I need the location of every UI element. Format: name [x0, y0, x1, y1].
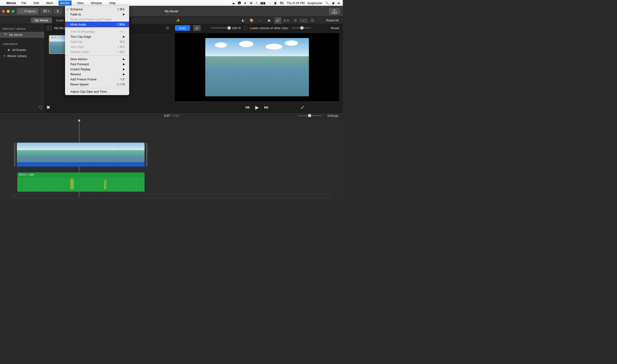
volume-adjust-icon[interactable]: 🔊	[274, 17, 281, 24]
sidebar-item-all-events[interactable]: ★ All Events	[0, 47, 44, 53]
menu-item-enhance[interactable]: ✓Enhance⇧⌘E	[65, 7, 129, 12]
minimize-window-button[interactable]	[7, 10, 10, 13]
power-icon[interactable]: ◧	[274, 1, 277, 5]
zoom-knob[interactable]	[308, 114, 311, 117]
clip-handle-right[interactable]	[146, 143, 148, 167]
menu-item-slow-motion[interactable]: Slow Motion▶	[65, 57, 129, 62]
menu-item-instant-replay[interactable]: Instant Replay▶	[65, 67, 129, 72]
display-icon[interactable]: 🖥	[249, 1, 253, 5]
sidebar-toggle-icon[interactable]	[46, 26, 52, 31]
background-music-track[interactable]: ♫	[12, 194, 331, 198]
crop-icon[interactable]: ⟂	[257, 17, 264, 24]
timeline-header: 0:07 / 0:16 Settings	[0, 112, 343, 119]
color-wheel-icon[interactable]: 🎨	[248, 17, 255, 24]
disclosure-triangle-icon[interactable]: ▼	[3, 55, 5, 57]
menu-edit[interactable]: Edit	[32, 0, 41, 6]
menu-shortcut: ⇧⌘E	[117, 7, 125, 11]
timeline[interactable]: 16.2s – Lake ♫	[0, 119, 343, 202]
menubar-clock[interactable]: Thu 8:28 PM	[287, 1, 304, 5]
lower-others-slider[interactable]	[292, 27, 311, 28]
flag-us-icon[interactable]: 🇺🇸	[280, 1, 284, 5]
volume-toolbar: Auto 🔊 100 % Lower volume of other clips…	[171, 24, 343, 32]
close-window-button[interactable]	[2, 10, 5, 13]
qq-icon[interactable]: 🅠	[238, 1, 241, 5]
clip-filter-icon[interactable]: ◯◯	[300, 17, 307, 24]
submenu-arrow-icon: ▶	[123, 58, 125, 61]
menu-help[interactable]: Help	[107, 0, 118, 6]
zoom-window-button[interactable]	[12, 10, 14, 13]
sidebar-item-my-movie[interactable]: 🎬 My Movie	[0, 32, 44, 38]
import-button[interactable]: 🎞▾	[41, 8, 52, 14]
info-icon[interactable]: ⓘ	[309, 17, 316, 24]
mute-toggle-button[interactable]: 🔊	[193, 25, 201, 31]
next-frame-button[interactable]: ⏭	[264, 104, 269, 110]
music-note-icon: ♫	[14, 194, 17, 198]
audio-clip[interactable]: 16.2s – Lake	[17, 172, 145, 192]
menu-item-label: Slow Motion	[70, 57, 87, 61]
menubar-user[interactable]: toughouse	[308, 1, 322, 5]
color-balance-icon[interactable]: ◐	[239, 17, 247, 24]
fullscreen-icon[interactable]: ⤢	[300, 105, 304, 110]
preview-frame	[205, 38, 309, 96]
share-icon	[332, 9, 337, 13]
menu-item-reset-speed[interactable]: Reset Speed⌥⇧R	[65, 82, 129, 87]
magic-wand-icon[interactable]: ✨	[174, 17, 181, 24]
menu-item-trim-to-playhead: Trim To Playhead⌥ /	[65, 29, 129, 34]
menu-view[interactable]: View	[75, 0, 85, 6]
prev-frame-button[interactable]: ⏮	[245, 104, 250, 110]
menu-item-fade-to[interactable]: Fade to▶	[65, 12, 129, 17]
menubar-app[interactable]: iMovie	[6, 1, 16, 5]
tab-my-media[interactable]: My Media	[31, 18, 52, 23]
siri-icon[interactable]: ◉	[332, 1, 335, 5]
menu-window[interactable]: Window	[89, 0, 104, 6]
control-center-icon[interactable]: ≣	[337, 1, 340, 5]
favorite-icon[interactable]: ♡	[39, 104, 43, 110]
play-button[interactable]: ▶	[255, 104, 259, 110]
gear-icon[interactable]: ⚙︎	[166, 26, 169, 30]
stabilize-icon[interactable]: ▣	[265, 17, 273, 24]
menu-item-label: Fast Forward	[70, 62, 89, 66]
speedometer-icon[interactable]: ◷	[291, 17, 299, 24]
location-icon[interactable]: ➤	[244, 1, 247, 5]
reset-button[interactable]: Reset	[331, 26, 339, 30]
preview-canvas[interactable]	[175, 33, 339, 101]
projects-back-button[interactable]: 〈 Projects	[17, 8, 39, 14]
share-button[interactable]	[329, 8, 340, 15]
auto-volume-button[interactable]: Auto	[175, 25, 190, 31]
wifi-icon[interactable]: ⨳	[268, 1, 271, 5]
clip-duration-badge: 16.2s	[50, 36, 58, 39]
wechat-icon[interactable]: ☁︎	[232, 1, 235, 5]
menu-item-mute-audio[interactable]: Mute Audio⇧⌘M	[65, 22, 129, 27]
submenu-arrow-icon: ▶	[123, 73, 125, 76]
menu-item-fast-forward[interactable]: Fast Forward▶	[65, 62, 129, 67]
slider-knob[interactable]	[227, 26, 231, 30]
reset-all-button[interactable]: Reset All	[326, 19, 338, 22]
clip-handle-left[interactable]	[14, 143, 15, 167]
lower-others-checkbox[interactable]	[244, 26, 247, 30]
menu-item-add-freeze-frame[interactable]: Add Freeze Frame⌥F	[65, 77, 129, 82]
equalizer-icon[interactable]: ⫼⫼	[283, 17, 290, 24]
menu-item-trim-clip-edge[interactable]: Trim Clip Edge▶	[65, 34, 129, 39]
sidebar-item-imovie-library[interactable]: ▼ iMovie Library	[0, 53, 44, 59]
audio-waveform	[18, 177, 144, 191]
menu-file[interactable]: File	[19, 0, 28, 6]
volume-slider[interactable]	[211, 27, 229, 28]
slider-knob[interactable]	[300, 26, 304, 30]
checkmark-icon: ✓	[67, 7, 69, 11]
timeline-settings-button[interactable]: Settings	[327, 114, 339, 117]
spotlight-icon[interactable]: 🔍	[325, 1, 329, 5]
menu-shortcut: ⌥F	[119, 78, 125, 81]
video-clip-strip[interactable]	[17, 143, 145, 167]
reject-icon[interactable]: ✖	[46, 104, 50, 110]
menu-item-label: Join Clips	[70, 45, 84, 49]
volume-value: 100 %	[232, 26, 241, 30]
download-arrow-button[interactable]: ⬇︎	[54, 8, 62, 14]
battery-icon[interactable]: ▮▮▮	[260, 1, 265, 5]
bluetooth-icon[interactable]: ᛒ	[256, 1, 257, 5]
menu-item-rewind[interactable]: Rewind▶	[65, 72, 129, 77]
menu-mark[interactable]: Mark	[44, 0, 55, 6]
timeline-zoom-slider[interactable]	[298, 115, 322, 116]
menu-modify[interactable]: Modify	[59, 0, 72, 6]
main-split: PROJECT MEDIA 🎬 My Movie LIBRARIES ★ All…	[0, 24, 343, 112]
menu-item-adjust-clip-date-and-time[interactable]: Adjust Clip Date and Time…	[65, 89, 129, 94]
